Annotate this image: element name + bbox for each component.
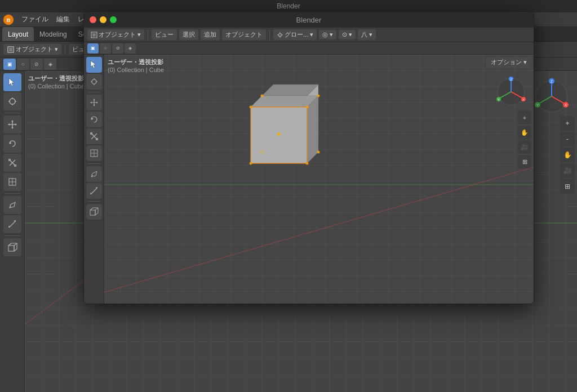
tab-modeling[interactable]: Modeling xyxy=(34,27,73,41)
inner-rotate-btn[interactable] xyxy=(86,112,102,127)
inner-add-btn[interactable]: 追加 xyxy=(201,29,220,40)
svg-text:Y: Y xyxy=(536,103,539,107)
inner-pivot-btn[interactable]: グロー... ▾ xyxy=(273,29,317,40)
menu-item-file[interactable]: ファイル xyxy=(18,14,52,25)
outer-right-mini-toolbar: + - ✋ 🎥 ⊞ xyxy=(560,116,575,194)
tab-layout[interactable]: Layout xyxy=(2,27,34,41)
inner-scale-icon xyxy=(90,132,99,141)
maximize-btn[interactable] xyxy=(110,16,117,23)
svg-rect-72 xyxy=(96,138,98,140)
svg-marker-64 xyxy=(93,99,95,100)
inner-move-btn[interactable] xyxy=(86,95,102,110)
svg-line-77 xyxy=(91,188,97,194)
transform-tool-btn[interactable] xyxy=(3,173,21,191)
inner-scale-btn[interactable] xyxy=(86,128,102,144)
inner-gizmo-svg: Z X Y xyxy=(494,75,528,109)
left-sep2 xyxy=(5,193,20,194)
inner-viewport[interactable]: ユーザー・透視投影 (0) Collection | Cube xyxy=(104,55,534,304)
svg-rect-24 xyxy=(8,159,11,161)
inner-snap-btn[interactable]: ◎ ▾ xyxy=(319,30,336,39)
svg-point-51 xyxy=(279,33,282,36)
inner-select-btn[interactable]: 選択 xyxy=(179,29,198,40)
blender-logo-icon[interactable]: B xyxy=(2,14,15,26)
grid-view-btn[interactable]: ⊞ xyxy=(560,179,575,194)
svg-rect-50 xyxy=(92,33,96,37)
menu-item-edit[interactable]: 編集 xyxy=(53,14,73,25)
inner-view-title: ユーザー・透視投影 xyxy=(108,58,164,66)
inner-measure-icon xyxy=(90,186,99,195)
outer-viewport-info: ユーザー・透視投影 (0) Collection | Cube xyxy=(28,74,85,90)
outer-title-bar: Blender xyxy=(0,0,577,12)
svg-marker-56 xyxy=(91,61,96,68)
add-cube-btn[interactable] xyxy=(3,238,21,256)
move-tool-btn[interactable] xyxy=(3,115,21,133)
context-mode-btn[interactable]: オブジェクト ▾ xyxy=(3,44,61,55)
svg-line-34 xyxy=(8,243,11,246)
inner-select-extra-btn[interactable]: ◈ xyxy=(125,43,136,54)
options-button[interactable]: オプション ▾ xyxy=(486,57,531,68)
inner-measure-btn[interactable] xyxy=(86,183,102,199)
select-lasso-icon-btn[interactable]: ⊘ xyxy=(30,59,43,70)
svg-rect-71 xyxy=(90,132,92,135)
inner-sep1 xyxy=(88,92,100,92)
inner-add-cube-btn[interactable] xyxy=(86,204,102,220)
inner-toolbar: オブジェクト ▾ ビュー 選択 追加 オブジェクト グロー... ▾ ◎ ▾ ⊙… xyxy=(84,28,534,42)
move-icon xyxy=(7,119,17,130)
inner-transform-btn[interactable] xyxy=(86,145,102,161)
svg-text:X: X xyxy=(565,103,567,107)
inner-view-btn[interactable]: ビュー xyxy=(152,29,177,40)
inner-select-circle-btn[interactable]: ○ xyxy=(100,43,111,54)
outer-view-title: ユーザー・透視投影 xyxy=(28,74,85,83)
inner-zoom-btn[interactable]: + xyxy=(518,111,531,124)
svg-rect-25 xyxy=(14,164,16,167)
inner-select-btn-tool[interactable] xyxy=(86,57,102,73)
annotate-tool-btn[interactable] xyxy=(3,196,21,214)
svg-text:Z: Z xyxy=(551,79,553,83)
select-circle-icon-btn[interactable]: ○ xyxy=(17,59,29,70)
3d-cube-svg xyxy=(228,73,341,186)
svg-marker-68 xyxy=(91,118,94,120)
measure-tool-btn[interactable] xyxy=(3,215,21,233)
inner-sep2 xyxy=(88,163,100,164)
inner-nav-gizmo[interactable]: Z X Y xyxy=(494,75,528,109)
inner-select-box-btn[interactable]: ▣ xyxy=(87,43,99,54)
outer-view-subtitle: (0) Collection | Cube xyxy=(28,83,85,90)
select-box-icon-btn[interactable]: ▣ xyxy=(3,59,16,70)
inner-3d-cursor-icon xyxy=(90,77,99,86)
cursor-icon xyxy=(7,77,17,87)
inner-transform-icon xyxy=(90,149,99,158)
svg-marker-18 xyxy=(11,127,14,129)
minimize-btn[interactable] xyxy=(100,16,106,23)
inner-title: Blender xyxy=(296,16,322,24)
select-extra-icon-btn[interactable]: ◈ xyxy=(44,59,56,70)
transform-icon xyxy=(7,177,17,187)
inner-proportional-btn[interactable]: ⊙ ▾ xyxy=(339,30,356,39)
inner-cursor-btn[interactable] xyxy=(86,74,102,90)
svg-text:B: B xyxy=(7,17,11,23)
inner-object-btn[interactable]: オブジェクト xyxy=(222,29,266,40)
scale-tool-btn[interactable] xyxy=(3,154,21,172)
inner-annotate-btn[interactable] xyxy=(86,166,102,182)
inner-camera-btn[interactable]: 🎥 xyxy=(518,140,531,154)
inner-pan-btn[interactable]: ✋ xyxy=(518,126,531,139)
inner-select-lasso-btn[interactable]: ⊘ xyxy=(112,43,123,54)
svg-marker-91 xyxy=(307,96,318,163)
outer-nav-gizmo[interactable]: Z X Y xyxy=(532,77,571,116)
svg-marker-67 xyxy=(96,102,98,104)
zoom-in-btn[interactable]: + xyxy=(560,116,575,131)
cursor-tool-btn[interactable] xyxy=(3,92,21,110)
pan-btn[interactable]: ✋ xyxy=(560,148,575,162)
inner-shading-btn[interactable]: 八 ▾ xyxy=(358,29,376,40)
camera-view-btn[interactable]: 🎥 xyxy=(560,163,575,178)
select-tool-btn[interactable] xyxy=(3,73,21,91)
inner-mode-icons: ▣ ○ ⊘ ◈ xyxy=(84,42,534,55)
zoom-out-btn[interactable]: - xyxy=(560,132,575,146)
inner-pivot-icon xyxy=(277,32,283,38)
inner-main-area: ユーザー・透視投影 (0) Collection | Cube xyxy=(84,55,534,304)
inner-sep3 xyxy=(88,201,100,202)
close-btn[interactable] xyxy=(90,16,96,23)
rotate-tool-btn[interactable] xyxy=(3,135,21,153)
inner-context-mode-btn[interactable]: オブジェクト ▾ xyxy=(87,29,144,40)
left-sep3 xyxy=(5,235,20,236)
inner-grid-btn[interactable]: ⊞ xyxy=(518,155,531,168)
